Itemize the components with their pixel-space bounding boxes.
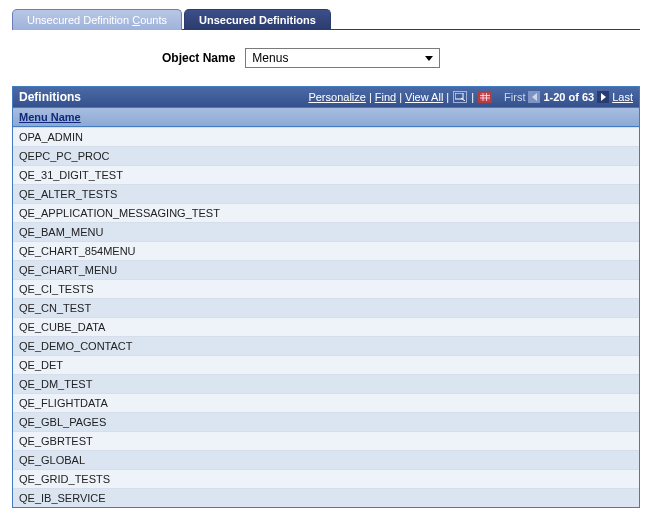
last-link[interactable]: Last: [612, 91, 633, 103]
first-link[interactable]: First: [504, 91, 525, 103]
table-row[interactable]: QE_FLIGHTDATA: [13, 393, 639, 412]
tab-unsecured-definitions[interactable]: Unsecured Definitions: [184, 9, 331, 30]
tab-unsecured-definition-counts[interactable]: Unsecured Definition Counts: [12, 9, 182, 30]
table-row[interactable]: QEPC_PC_PROC: [13, 146, 639, 165]
spreadsheet-icon[interactable]: [478, 91, 492, 103]
grid-nav: First 1-20 of 63 Last: [504, 91, 633, 103]
svg-rect-2: [480, 93, 490, 101]
zoom-icon[interactable]: [453, 91, 467, 103]
view-all-link[interactable]: View All: [405, 91, 443, 103]
page-range: 1-20 of 63: [543, 91, 594, 103]
filter-row: Object Name Menus: [162, 30, 640, 82]
grid-tools: Personalize | Find | View All | | First …: [308, 91, 633, 103]
table-row[interactable]: OPA_ADMIN: [13, 127, 639, 146]
table-row[interactable]: QE_GBL_PAGES: [13, 412, 639, 431]
table-row[interactable]: QE_CI_TESTS: [13, 279, 639, 298]
table-row[interactable]: QE_ALTER_TESTS: [13, 184, 639, 203]
table-row[interactable]: QE_GLOBAL: [13, 450, 639, 469]
table-row[interactable]: QE_BAM_MENU: [13, 222, 639, 241]
grid-title: Definitions: [19, 90, 81, 104]
grid-column-header-row: Menu Name: [13, 107, 639, 127]
table-row[interactable]: QE_GBRTEST: [13, 431, 639, 450]
grid-body: OPA_ADMINQEPC_PC_PROCQE_31_DIGIT_TESTQE_…: [13, 127, 639, 507]
find-link[interactable]: Find: [375, 91, 396, 103]
table-row[interactable]: QE_CUBE_DATA: [13, 317, 639, 336]
tab-label: Unsecured Definitions: [199, 14, 316, 26]
table-row[interactable]: QE_DM_TEST: [13, 374, 639, 393]
prev-page-icon[interactable]: [528, 91, 540, 103]
object-name-select[interactable]: Menus: [245, 48, 440, 68]
table-row[interactable]: QE_CHART_MENU: [13, 260, 639, 279]
personalize-link[interactable]: Personalize: [308, 91, 365, 103]
table-row[interactable]: QE_IB_SERVICE: [13, 488, 639, 507]
next-page-icon[interactable]: [597, 91, 609, 103]
object-name-label: Object Name: [162, 51, 235, 65]
table-row[interactable]: QE_DEMO_CONTACT: [13, 336, 639, 355]
tab-label-post: ounts: [140, 14, 167, 26]
chevron-down-icon: [425, 56, 433, 61]
tab-row: Unsecured Definition Counts Unsecured De…: [12, 8, 640, 30]
object-name-value: Menus: [252, 51, 288, 65]
table-row[interactable]: QE_CHART_854MENU: [13, 241, 639, 260]
table-row[interactable]: QE_DET: [13, 355, 639, 374]
definitions-grid: Definitions Personalize | Find | View Al…: [12, 86, 640, 508]
table-row[interactable]: QE_APPLICATION_MESSAGING_TEST: [13, 203, 639, 222]
grid-header: Definitions Personalize | Find | View Al…: [13, 87, 639, 107]
tab-label-hotkey: C: [132, 14, 140, 26]
table-row[interactable]: QE_31_DIGIT_TEST: [13, 165, 639, 184]
tab-label-pre: Unsecured Definition: [27, 14, 132, 26]
column-menu-name[interactable]: Menu Name: [19, 111, 81, 123]
table-row[interactable]: QE_GRID_TESTS: [13, 469, 639, 488]
table-row[interactable]: QE_CN_TEST: [13, 298, 639, 317]
